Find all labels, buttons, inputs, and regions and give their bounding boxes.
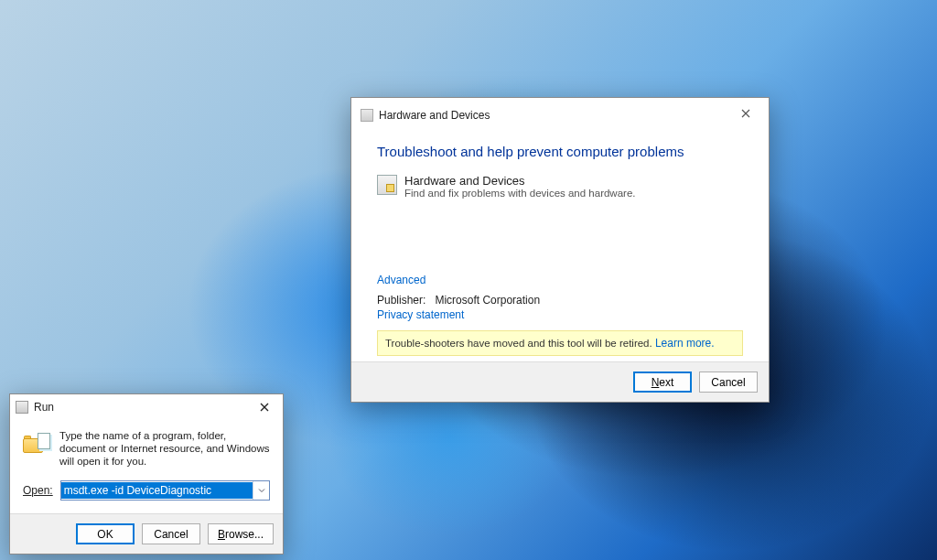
open-combobox[interactable] bbox=[60, 480, 270, 501]
device-icon bbox=[377, 175, 397, 195]
run-description: Type the name of a program, folder, docu… bbox=[59, 429, 270, 468]
troubleshooter-item-title: Hardware and Devices bbox=[404, 174, 636, 188]
troubleshooter-item-desc: Find and fix problems with devices and h… bbox=[404, 188, 636, 199]
run-window-title: Run bbox=[34, 401, 252, 414]
ok-button[interactable]: OK bbox=[76, 523, 135, 544]
publisher-row: Publisher: Microsoft Corporation bbox=[377, 294, 743, 307]
troubleshooter-window: Hardware and Devices Troubleshoot and he… bbox=[350, 97, 770, 403]
run-dialog: Run Type the name of a program, folder, … bbox=[9, 393, 284, 555]
browse-button[interactable]: Browse... bbox=[208, 523, 274, 544]
publisher-label: Publisher: bbox=[377, 294, 425, 307]
next-button[interactable]: Next bbox=[633, 372, 692, 393]
run-app-icon bbox=[16, 401, 28, 414]
advanced-link[interactable]: Advanced bbox=[377, 274, 425, 286]
retirement-notice-text: Trouble-shooters have moved and this too… bbox=[385, 338, 655, 349]
run-titlebar[interactable]: Run bbox=[10, 394, 283, 420]
troubleshooter-heading: Troubleshoot and help prevent computer p… bbox=[377, 144, 743, 159]
cancel-button[interactable]: Cancel bbox=[699, 372, 758, 393]
troubleshooter-button-bar: Next Cancel bbox=[351, 361, 769, 402]
close-icon[interactable] bbox=[730, 100, 761, 127]
privacy-statement-link[interactable]: Privacy statement bbox=[377, 308, 464, 321]
open-label: Open: bbox=[23, 484, 53, 497]
troubleshooter-window-title: Hardware and Devices bbox=[379, 109, 730, 122]
run-button-bar: OK Cancel Browse... bbox=[10, 513, 283, 554]
open-input[interactable] bbox=[61, 482, 253, 499]
retirement-notice: Trouble-shooters have moved and this too… bbox=[377, 330, 743, 356]
troubleshooter-titlebar[interactable]: Hardware and Devices bbox=[351, 98, 769, 133]
learn-more-link[interactable]: Learn more. bbox=[655, 337, 715, 350]
publisher-value: Microsoft Corporation bbox=[435, 294, 540, 307]
chevron-down-icon[interactable] bbox=[253, 481, 269, 500]
cancel-button[interactable]: Cancel bbox=[142, 523, 200, 544]
troubleshooter-item: Hardware and Devices Find and fix proble… bbox=[377, 174, 743, 199]
close-icon[interactable] bbox=[252, 397, 277, 417]
troubleshooter-app-icon bbox=[361, 109, 373, 122]
run-program-icon bbox=[23, 433, 50, 457]
